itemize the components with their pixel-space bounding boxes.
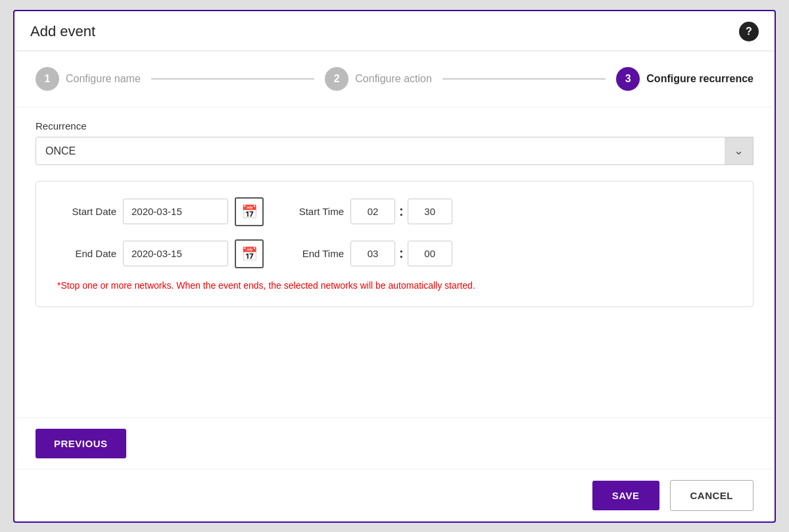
modal-header: Add event ? [14, 11, 775, 51]
end-date-input[interactable] [123, 241, 228, 266]
recurrence-label: Recurrence [36, 120, 753, 132]
step-2-label: Configure action [355, 73, 432, 85]
stepper: 1 Configure name 2 Configure action 3 Co… [14, 51, 775, 107]
end-time-colon: : [399, 246, 404, 261]
step-1-label: Configure name [66, 73, 141, 85]
modal-footer-bottom: SAVE CANCEL [14, 469, 775, 521]
start-time-label: Start Time [285, 206, 344, 217]
modal-footer-main: PREVIOUS [14, 418, 775, 469]
end-date-calendar-button[interactable]: 📅 [235, 239, 264, 268]
start-date-input[interactable] [123, 199, 228, 224]
step-3-label: Configure recurrence [646, 73, 753, 85]
end-time-minute-input[interactable] [408, 241, 452, 266]
recurrence-select[interactable]: ONCE DAILY WEEKLY MONTHLY [36, 137, 753, 165]
end-time-hour-input[interactable] [350, 241, 395, 266]
start-date-group: Start Date 📅 [57, 197, 264, 226]
date-time-rows: Start Date 📅 Start Time : [57, 197, 732, 268]
end-date-label: End Date [57, 248, 116, 259]
start-time-colon: : [399, 204, 404, 219]
end-row: End Date 📅 End Time : [57, 239, 732, 268]
start-time-minute-input[interactable] [408, 199, 452, 224]
start-time-group: Start Time : [285, 199, 452, 224]
modal-body: Recurrence ONCE DAILY WEEKLY MONTHLY ⌄ S… [14, 107, 775, 418]
step-connector-2 [442, 78, 606, 80]
start-time-hour-input[interactable] [350, 199, 395, 224]
cancel-button[interactable]: CANCEL [670, 480, 754, 511]
start-date-label: Start Date [57, 206, 116, 217]
save-button[interactable]: SAVE [592, 481, 659, 510]
end-time-group: End Time : [285, 241, 452, 266]
previous-button[interactable]: PREVIOUS [36, 429, 126, 458]
step-2: 2 Configure action [325, 67, 432, 91]
add-event-modal: Add event ? 1 Configure name 2 Configure… [13, 10, 776, 523]
step-3: 3 Configure recurrence [616, 67, 753, 91]
help-icon[interactable]: ? [739, 22, 759, 41]
notice-text: *Stop one or more networks. When the eve… [57, 280, 732, 291]
step-1-circle: 1 [36, 67, 59, 91]
end-time-inputs: : [350, 241, 452, 266]
end-time-label: End Time [285, 248, 344, 259]
start-row: Start Date 📅 Start Time : [57, 197, 732, 226]
step-1: 1 Configure name [36, 67, 141, 91]
modal-title: Add event [30, 23, 95, 40]
date-time-box: Start Date 📅 Start Time : [36, 181, 753, 307]
step-2-circle: 2 [325, 67, 348, 91]
start-time-inputs: : [350, 199, 452, 224]
recurrence-select-wrapper: ONCE DAILY WEEKLY MONTHLY ⌄ [36, 137, 753, 165]
start-date-calendar-button[interactable]: 📅 [235, 197, 264, 226]
end-date-group: End Date 📅 [57, 239, 264, 268]
step-3-circle: 3 [616, 67, 640, 91]
step-connector-1 [151, 78, 314, 80]
